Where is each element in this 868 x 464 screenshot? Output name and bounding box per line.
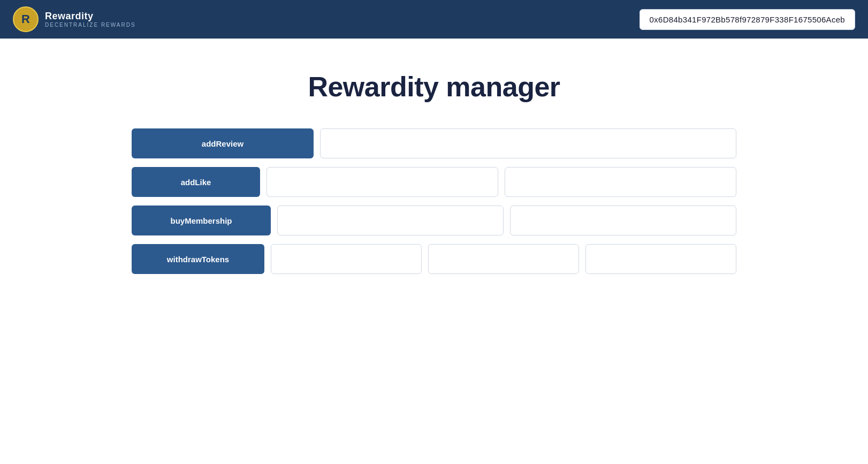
add-like-button[interactable]: addLike — [132, 167, 260, 197]
wallet-address-display: 0x6D84b341F972Bb578f972879F338F1675506Ac… — [639, 9, 855, 30]
add-like-row: addLike — [132, 167, 736, 197]
actions-container: addReview addLike buyMembership withdraw… — [132, 128, 736, 274]
logo-icon: R — [13, 6, 39, 32]
main-content: Rewardity manager addReview addLike buyM… — [0, 39, 868, 295]
add-review-row: addReview — [132, 128, 736, 158]
withdraw-tokens-input-3[interactable] — [585, 244, 736, 274]
add-like-input-1[interactable] — [267, 167, 498, 197]
brand-text: Rewardity DECENTRALIZE REWARDS — [45, 11, 136, 28]
app-header: R Rewardity DECENTRALIZE REWARDS 0x6D84b… — [0, 0, 868, 39]
withdraw-tokens-row: withdrawTokens — [132, 244, 736, 274]
buy-membership-row: buyMembership — [132, 206, 736, 235]
withdraw-tokens-input-1[interactable] — [271, 244, 422, 274]
brand-subtitle: DECENTRALIZE REWARDS — [45, 22, 136, 28]
add-review-button[interactable]: addReview — [132, 128, 314, 158]
brand-section: R Rewardity DECENTRALIZE REWARDS — [13, 6, 136, 32]
page-title: Rewardity manager — [21, 71, 847, 103]
brand-name: Rewardity — [45, 11, 136, 22]
withdraw-tokens-button[interactable]: withdrawTokens — [132, 244, 264, 274]
buy-membership-input-1[interactable] — [277, 206, 504, 235]
withdraw-tokens-input-2[interactable] — [428, 244, 579, 274]
buy-membership-input-2[interactable] — [510, 206, 736, 235]
add-like-input-2[interactable] — [505, 167, 736, 197]
buy-membership-button[interactable]: buyMembership — [132, 206, 271, 235]
add-review-input-1[interactable] — [320, 128, 736, 158]
